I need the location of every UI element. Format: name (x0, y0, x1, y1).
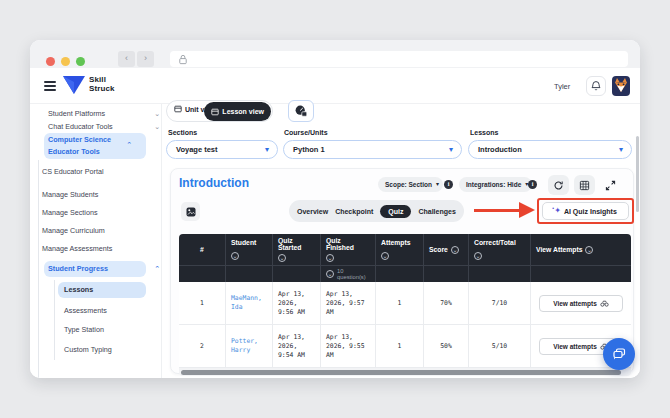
column-header-student[interactable]: Student (226, 234, 273, 265)
refresh-button[interactable] (548, 175, 569, 195)
column-header-correct-total[interactable]: Correct/Total (469, 234, 531, 265)
introduction-panel: Introduction Scope: Section i Integratio… (170, 168, 634, 374)
annotation-highlight-box (537, 198, 634, 224)
student-name-link[interactable]: MaeMann, Ida (226, 282, 273, 325)
nesting-line (54, 280, 55, 360)
correct-total-cell: 5/10 (469, 325, 531, 368)
score-cell: 50% (424, 325, 469, 368)
attempts-cell: 1 (376, 325, 424, 368)
chat-support-button[interactable] (603, 338, 635, 370)
sort-icon[interactable] (474, 252, 482, 260)
horizontal-scrollbar[interactable] (179, 368, 631, 376)
integrations-button[interactable]: Integrations: Hide (459, 177, 532, 192)
fox-avatar-image (612, 76, 630, 96)
sidebar-item-cs-educator-portal[interactable]: CS Educator Portal (42, 164, 166, 180)
sort-icon[interactable] (381, 252, 389, 260)
sidebar-item-student-progress[interactable]: Student Progress⌃ (48, 261, 172, 277)
notifications-button[interactable] (586, 76, 606, 96)
score-cell: 70% (424, 282, 469, 325)
row-number-cell: 1 (179, 282, 226, 325)
app-header: Skill Struck Tyler (30, 68, 640, 104)
vertical-scrollbar[interactable] (636, 136, 639, 212)
page-title: Introduction (179, 176, 249, 190)
export-image-button[interactable] (181, 202, 200, 221)
sidebar: Student Platforms⌄ Chat Educator Tools⌄ … (30, 104, 162, 378)
sort-icon[interactable] (278, 254, 286, 262)
chevron-up-icon: ⌃ (154, 261, 160, 277)
view-attempts-cell: View attempts (531, 282, 631, 325)
user-name: Tyler (554, 82, 570, 91)
browser-back-button[interactable]: ‹ (118, 51, 135, 67)
column-header-attempts[interactable]: Attempts (376, 234, 424, 265)
expand-button[interactable] (600, 175, 621, 195)
course-units-dropdown[interactable]: Python 1 (283, 140, 462, 159)
table-grid-icon (579, 180, 590, 191)
skillstruck-logo (61, 73, 87, 97)
sidebar-item-manage-sections[interactable]: Manage Sections (42, 205, 166, 221)
nesting-line (38, 160, 39, 378)
column-header-quiz-started[interactable]: Quiz Started (273, 234, 321, 265)
table-subheader-row: 10 question(s) (179, 265, 631, 282)
view-toggle: Unit view Lesson view (166, 100, 273, 122)
brand-line-2: Struck (89, 85, 115, 94)
sort-icon[interactable] (326, 254, 334, 262)
view-attempts-button[interactable]: View attempts (539, 295, 623, 312)
integrations-info-icon[interactable]: i (528, 180, 537, 189)
scrollbar-thumb[interactable] (181, 370, 621, 375)
sort-icon[interactable] (585, 246, 593, 254)
quiz-finished-cell: Apr 13, 2026, 9:57 AM (321, 282, 376, 325)
scope-button[interactable]: Scope: Section (378, 177, 443, 192)
sort-icon[interactable] (451, 246, 459, 254)
table-row: 2 Potter, Harry Apr 13, 2026, 9:54 AM Ap… (179, 325, 631, 368)
lock-icon (178, 54, 188, 65)
tab-overview[interactable]: Overview (297, 208, 328, 215)
tab-quiz[interactable]: Quiz (380, 205, 411, 218)
brand-name: Skill Struck (89, 76, 115, 93)
course-units-label: Course/Units (284, 129, 328, 136)
sidebar-item-cs-educator-tools[interactable]: Computer Science Educator Tools ⌃ (48, 133, 144, 159)
annotation-arrow (474, 209, 520, 212)
sidebar-item-manage-assessments[interactable]: Manage Assessments (42, 241, 166, 257)
lesson-view-icon (211, 108, 219, 116)
traffic-light-close[interactable] (46, 57, 55, 66)
expand-icon (605, 180, 616, 191)
unit-view-icon (174, 105, 182, 113)
sidebar-item-manage-curriculum[interactable]: Manage Curriculum (42, 223, 166, 239)
browser-forward-button[interactable]: › (137, 51, 154, 67)
table-row: 1 MaeMann, Ida Apr 13, 2026, 9:56 AM Apr… (179, 282, 631, 325)
desktop-background: ‹ › Skill Struck Tyler (0, 0, 670, 418)
user-avatar[interactable] (612, 76, 630, 96)
lesson-view-toggle[interactable]: Lesson view (204, 102, 271, 121)
address-bar[interactable] (170, 51, 628, 67)
sidebar-item-manage-students[interactable]: Manage Students (42, 187, 166, 203)
table-view-button[interactable] (574, 175, 595, 195)
tab-challenges[interactable]: Challenges (418, 208, 455, 215)
sort-icon[interactable] (231, 252, 239, 260)
lessons-label: Lessons (470, 129, 498, 136)
student-name-link[interactable]: Potter, Harry (226, 325, 273, 368)
grades-visibility-button[interactable] (288, 100, 314, 122)
refresh-icon (553, 180, 564, 191)
column-header-view-attempts[interactable]: View Attempts (531, 234, 631, 265)
hamburger-menu-icon[interactable] (44, 81, 56, 91)
quiz-started-cell: Apr 13, 2026, 9:56 AM (273, 282, 321, 325)
traffic-light-zoom[interactable] (76, 57, 85, 66)
browser-chrome: ‹ › (30, 40, 640, 68)
traffic-light-minimize[interactable] (61, 57, 70, 66)
chat-bubble-icon (611, 346, 627, 362)
browser-window: ‹ › Skill Struck Tyler (30, 40, 640, 378)
column-header-number[interactable]: # (179, 234, 226, 265)
table-header-row: # Student Quiz Started Quiz Finished Att… (179, 234, 631, 265)
tab-checkpoint[interactable]: Checkpoint (335, 208, 373, 215)
column-header-score[interactable]: Score (424, 234, 469, 265)
bell-icon (590, 80, 602, 92)
chevron-up-icon: ⌃ (126, 139, 132, 151)
binoculars-icon (600, 300, 609, 307)
image-icon (185, 206, 197, 218)
column-header-quiz-finished[interactable]: Quiz Finished (321, 234, 376, 265)
lessons-dropdown[interactable]: Introduction (468, 140, 632, 159)
quiz-results-table: # Student Quiz Started Quiz Finished Att… (179, 234, 631, 376)
scope-info-icon[interactable]: i (444, 180, 453, 189)
main-content: Unit view Lesson view Sections Course/Un… (162, 104, 640, 378)
sections-dropdown[interactable]: Voyage test (166, 140, 278, 159)
